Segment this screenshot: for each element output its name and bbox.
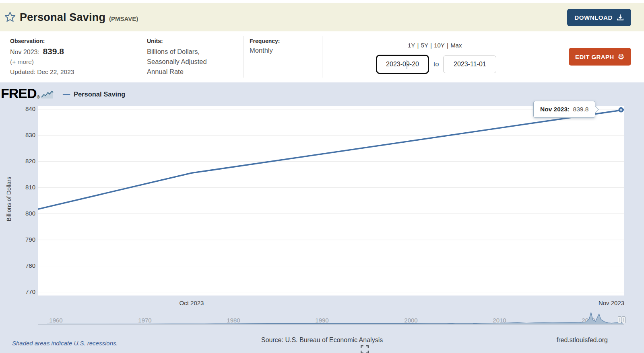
fullscreen-icon[interactable]	[360, 345, 369, 353]
divider	[141, 36, 141, 78]
page-title: Personal Saving	[20, 11, 105, 24]
main-line-chart	[38, 106, 624, 296]
y-tick-label: 780	[16, 262, 35, 269]
series-meta: Observation: Nov 2023: 839.8 (+ more) Up…	[0, 31, 644, 82]
chart-tooltip: Nov 2023: 839.8	[533, 101, 595, 118]
range-navigator[interactable]: 1960197019801990200020102020	[38, 311, 624, 326]
preset-separator: |	[429, 42, 433, 49]
favorite-star-icon[interactable]	[4, 11, 16, 23]
fred-logo-chart-icon	[41, 90, 54, 99]
navigator-handle-left[interactable]	[618, 316, 621, 323]
units-value: Billions of Dollars, Seasonally Adjusted…	[147, 47, 207, 77]
tooltip-date: Nov 2023:	[540, 106, 570, 113]
download-label: DOWNLOAD	[574, 14, 613, 21]
navigator-area	[47, 312, 623, 324]
graph-area: FRED ® — Personal Saving Billions of Dol…	[0, 82, 644, 353]
personal-saving-line	[38, 110, 624, 209]
range-preset-5y[interactable]: 5Y	[421, 42, 429, 49]
y-tick-label: 770	[16, 288, 35, 295]
observation-value: 839.8	[43, 47, 64, 56]
x-axis-label-oct: Oct 2023	[180, 300, 204, 306]
site-link[interactable]: fred.stlouisfed.org	[557, 337, 608, 344]
download-button[interactable]: DOWNLOAD	[567, 9, 631, 26]
y-tick-label: 820	[16, 158, 35, 164]
source-text: Source: U.S. Bureau of Economic Analysis	[0, 337, 644, 344]
gear-icon: ⚙	[618, 53, 625, 61]
preset-separator: |	[415, 42, 420, 49]
graph-header: FRED ® — Personal Saving	[1, 86, 125, 101]
download-icon	[617, 14, 624, 21]
legend-label[interactable]: Personal Saving	[74, 90, 125, 98]
observation-line: Nov 2023: 839.8	[10, 47, 74, 56]
to-label: to	[433, 61, 439, 68]
text-cursor	[407, 60, 407, 69]
frequency-block: Frequency: Monthly	[250, 38, 280, 54]
series-id: (PMSAVE)	[109, 15, 138, 22]
y-axis-title: Billions of Dollars	[6, 176, 12, 221]
last-point-marker	[620, 109, 622, 111]
frequency-value: Monthly	[250, 47, 280, 54]
navigator-line	[47, 312, 623, 324]
preset-separator: |	[445, 42, 450, 49]
navigator-handle-right[interactable]	[622, 316, 625, 323]
fred-logo[interactable]: FRED	[1, 86, 37, 101]
y-tick-label: 790	[16, 236, 35, 243]
tooltip-value: 839.8	[573, 106, 589, 113]
x-axis-label-nov: Nov 2023	[599, 300, 624, 306]
navigator-sparkline	[38, 311, 624, 326]
end-date-input[interactable]	[443, 55, 496, 73]
y-tick-label: 800	[16, 210, 35, 217]
edit-graph-button[interactable]: EDIT GRAPH ⚙	[569, 48, 631, 66]
legend-line-swatch: —	[63, 90, 70, 99]
y-tick-label: 840	[16, 105, 35, 112]
date-range-controls: to	[376, 55, 496, 74]
frequency-label: Frequency:	[250, 38, 280, 44]
start-date-input[interactable]	[376, 55, 429, 74]
legend: — Personal Saving	[63, 90, 125, 99]
y-tick-label: 830	[16, 131, 35, 138]
observation-label: Observation:	[10, 38, 74, 44]
divider	[244, 36, 244, 78]
range-preset-max[interactable]: Max	[450, 42, 462, 49]
series-header: Personal Saving (PMSAVE) DOWNLOAD	[0, 3, 644, 31]
y-tick-label: 810	[16, 184, 35, 191]
edit-graph-label: EDIT GRAPH	[575, 53, 614, 60]
units-block: Units: Billions of Dollars, Seasonally A…	[147, 38, 207, 77]
start-date-wrapper	[376, 55, 429, 74]
updated-date: Updated: Dec 22, 2023	[10, 68, 74, 76]
end-date-wrapper	[443, 55, 496, 73]
divider	[322, 36, 322, 78]
range-preset-10y[interactable]: 10Y	[433, 42, 445, 49]
range-preset-1y[interactable]: 1Y	[407, 42, 415, 49]
units-label: Units:	[147, 38, 207, 44]
registered-mark: ®	[37, 95, 40, 99]
more-observations-link[interactable]: (+ more)	[10, 58, 74, 66]
plot-area[interactable]	[38, 106, 624, 296]
range-presets: 1Y | 5Y | 10Y | Max	[407, 42, 462, 49]
observation-date: Nov 2023:	[10, 49, 39, 55]
observation-block: Observation: Nov 2023: 839.8 (+ more) Up…	[10, 38, 74, 76]
